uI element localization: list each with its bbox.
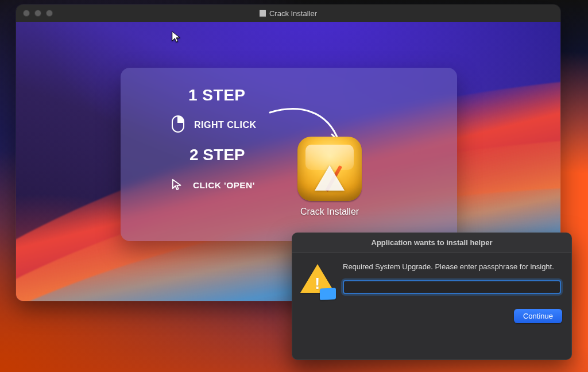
step-1-heading: 1 STEP	[188, 86, 245, 104]
auth-message: Required System Upgrade. Please enter pa…	[343, 262, 561, 272]
cursor-icon	[171, 178, 184, 193]
auth-dialog-title: Application wants to install helper	[292, 233, 571, 253]
step-1-action-label: RIGHT CLICK	[194, 120, 257, 130]
dmg-instructions-panel: 1 STEP RIGHT CLICK 2 STEP CLICK 'OPEN'	[121, 68, 457, 241]
mouse-icon	[171, 115, 185, 135]
mouse-pointer-icon	[171, 30, 181, 45]
installer-app-caption: Crack Installer	[278, 207, 381, 217]
warning-icon: !	[299, 262, 337, 299]
password-input[interactable]	[343, 280, 561, 294]
auth-dialog: Application wants to install helper ! Re…	[292, 232, 572, 360]
continue-button[interactable]: Continue	[514, 309, 562, 323]
step-2-heading: 2 STEP	[189, 146, 245, 164]
window-titlebar[interactable]: Crack Installer	[16, 5, 560, 22]
step-2-action-label: CLICK 'OPEN'	[193, 180, 255, 191]
installer-app-item[interactable]: Crack Installer	[278, 137, 381, 217]
window-title: Crack Installer	[269, 9, 317, 18]
disk-icon	[260, 10, 266, 17]
installer-app-icon	[297, 137, 362, 201]
